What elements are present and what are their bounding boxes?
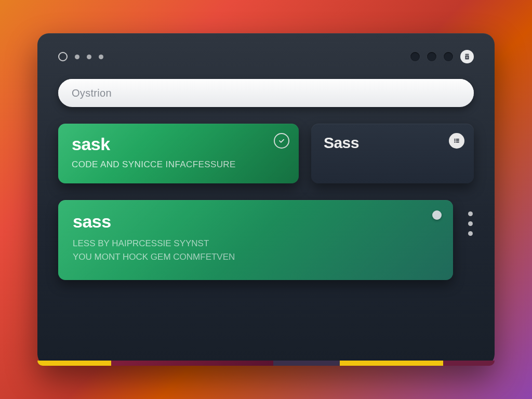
card-body-line: YOU MONT HOCK GEM CONMFETVEN <box>73 250 438 264</box>
card-sask[interactable]: sask CODE AND SYNICCE INFACFESSURE <box>58 124 299 183</box>
titlebar <box>58 48 474 65</box>
window-dot-icon[interactable] <box>99 55 103 59</box>
titlebar-dot-icon[interactable] <box>427 52 436 61</box>
card-title: sass <box>73 211 438 232</box>
window-accent-bar <box>37 361 495 366</box>
dot-icon <box>468 211 473 216</box>
card-sass-small[interactable]: Sass <box>311 124 474 183</box>
card-title: Sass <box>324 134 359 152</box>
card-sass-large[interactable]: sass LESS BY HAIPRCESSIE SYYNST YOU MONT… <box>58 200 453 280</box>
window-controls-left <box>58 52 103 61</box>
titlebar-dot-icon[interactable] <box>410 52 420 61</box>
status-dot-icon[interactable] <box>432 210 442 220</box>
window-dot-icon[interactable] <box>75 55 79 59</box>
dot-icon <box>468 221 473 226</box>
window-controls-right <box>410 50 474 63</box>
card-subtitle: CODE AND SYNICCE INFACFESSURE <box>72 159 285 170</box>
search-input[interactable] <box>72 87 460 99</box>
card-body: LESS BY HAIPRCESSIE SYYNST YOU MONT HOCK… <box>73 237 438 264</box>
window-dot-icon[interactable] <box>87 55 91 59</box>
check-circle-icon[interactable] <box>274 133 289 149</box>
window-control-ring-icon[interactable] <box>58 52 68 61</box>
dot-icon <box>468 231 473 236</box>
titlebar-action-icon[interactable] <box>460 50 474 63</box>
more-menu-icon[interactable] <box>467 200 474 236</box>
cards-row-2: sass LESS BY HAIPRCESSIE SYYNST YOU MONT… <box>58 200 474 280</box>
search-bar[interactable] <box>58 79 474 107</box>
list-icon[interactable] <box>449 133 464 149</box>
app-window: sask CODE AND SYNICCE INFACFESSURE Sass … <box>37 33 495 366</box>
titlebar-dot-icon[interactable] <box>444 52 453 61</box>
card-title: sask <box>72 134 285 154</box>
cards-row-1: sask CODE AND SYNICCE INFACFESSURE Sass <box>58 124 474 183</box>
card-body-line: LESS BY HAIPRCESSIE SYYNST <box>73 237 438 250</box>
